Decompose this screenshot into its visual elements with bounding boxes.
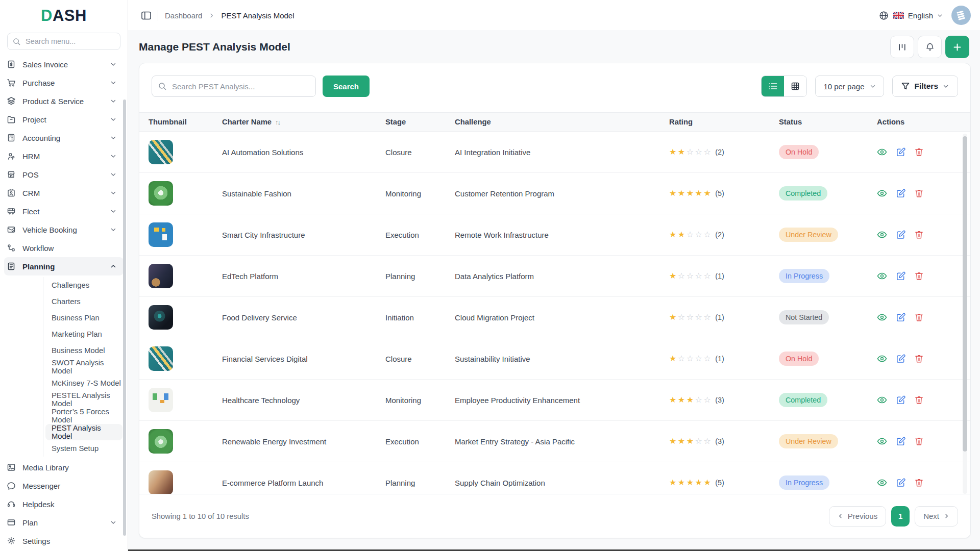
sidebar-item-messenger[interactable]: Messenger xyxy=(0,477,128,495)
delete-button[interactable] xyxy=(915,437,923,446)
delete-button[interactable] xyxy=(915,313,923,322)
delete-button[interactable] xyxy=(915,147,923,157)
edit-button[interactable] xyxy=(896,189,905,198)
sidebar-item-settings[interactable]: Settings xyxy=(0,532,128,550)
sidebar-item-purchase[interactable]: Purchase xyxy=(0,73,128,92)
filters-button[interactable]: Filters xyxy=(892,76,958,97)
sidebar-item-sales-invoice[interactable]: Sales Invoice xyxy=(0,55,128,73)
sidebar-item-media-library[interactable]: Media Library xyxy=(0,458,128,477)
column-charter-name[interactable]: Charter Name↑↓ xyxy=(222,118,385,126)
submenu-item-porters-5-forces-model[interactable]: Porter’s 5 Forces Model xyxy=(45,408,122,424)
submenu-item-charters[interactable]: Charters xyxy=(45,293,122,310)
sidebar-item-label: Workflow xyxy=(22,244,54,253)
sort-icon[interactable]: ↑↓ xyxy=(275,118,280,126)
sidebar-item-accounting[interactable]: Accounting xyxy=(0,129,128,147)
charter-challenge: Cloud Migration Project xyxy=(455,313,669,322)
star-rating: ★★☆☆☆ xyxy=(669,148,712,156)
star-rating: ★☆☆☆☆ xyxy=(669,355,712,363)
edit-button[interactable] xyxy=(896,437,905,446)
table-toolbar: Search 10 per page Filters xyxy=(139,63,970,97)
table-search[interactable] xyxy=(152,76,316,97)
delete-button[interactable] xyxy=(915,189,923,198)
sidebar-item-vehicle-booking[interactable]: Vehicle Booking xyxy=(0,220,128,239)
sidebar-item-project[interactable]: Project xyxy=(0,110,128,129)
table-footer: Showing 1 to 10 of 10 results Previous 1… xyxy=(139,494,970,538)
submenu-item-pestel-analysis-model[interactable]: PESTEL Analysis Model xyxy=(45,391,122,408)
edit-button[interactable] xyxy=(896,478,905,487)
delete-button[interactable] xyxy=(915,478,923,487)
submenu-item-pest-analysis-model[interactable]: PEST Analysis Model xyxy=(45,424,122,440)
layers-icon xyxy=(7,96,16,106)
sidebar-item-workflow[interactable]: Workflow xyxy=(0,239,128,257)
delete-button[interactable] xyxy=(915,230,923,239)
view-button[interactable] xyxy=(877,437,887,445)
sidebar-item-product-service[interactable]: Product & Service xyxy=(0,92,128,110)
view-button[interactable] xyxy=(877,396,887,404)
view-button[interactable] xyxy=(877,189,887,197)
sidebar-search-input[interactable] xyxy=(24,37,122,46)
submenu-item-swot-analysis-model[interactable]: SWOT Analysis Model xyxy=(45,359,122,375)
search-icon xyxy=(13,38,20,45)
table-row: Smart City Infrastructure Execution Remo… xyxy=(139,214,970,256)
sidebar-item-fleet[interactable]: Fleet xyxy=(0,202,128,220)
breadcrumb-dashboard[interactable]: Dashboard xyxy=(165,11,202,20)
sidebar-item-pos[interactable]: POS xyxy=(0,165,128,184)
list-view-button[interactable] xyxy=(762,76,784,96)
submenu-item-business-plan[interactable]: Business Plan xyxy=(45,310,122,326)
previous-label: Previous xyxy=(848,512,877,520)
edit-button[interactable] xyxy=(896,147,905,157)
credit-card-icon xyxy=(7,518,16,527)
table-scrollbar[interactable] xyxy=(963,134,967,494)
status-badge: On Hold xyxy=(779,352,819,366)
previous-page-button[interactable]: Previous xyxy=(829,506,886,527)
per-page-select[interactable]: 10 per page xyxy=(815,76,884,97)
submenu-item-mckinsey-7s-model[interactable]: McKinsey 7-S Model xyxy=(45,375,122,391)
notifications-bell-button[interactable] xyxy=(918,36,942,58)
sidebar-item-crm[interactable]: CRM xyxy=(0,184,128,202)
page-number-button[interactable]: 1 xyxy=(891,506,910,527)
grid-view-button[interactable] xyxy=(784,76,806,96)
charter-stage: Planning xyxy=(385,272,455,281)
submenu-item-marketing-plan[interactable]: Marketing Plan xyxy=(45,326,122,342)
submenu-item-business-model[interactable]: Business Model xyxy=(45,342,122,359)
next-page-button[interactable]: Next xyxy=(915,506,958,527)
view-button[interactable] xyxy=(877,148,887,156)
language-selector[interactable]: English xyxy=(893,11,943,20)
kanban-view-button[interactable] xyxy=(890,36,914,58)
search-button[interactable]: Search xyxy=(323,76,370,97)
edit-button[interactable] xyxy=(896,354,905,363)
avatar[interactable] xyxy=(951,6,971,25)
view-button[interactable] xyxy=(877,272,887,280)
sidebar-item-label: Helpdesk xyxy=(22,500,55,509)
sidebar-search[interactable] xyxy=(7,33,120,50)
submenu-item-system-setup[interactable]: System Setup xyxy=(45,440,122,457)
sidebar-item-plan[interactable]: Plan xyxy=(0,513,128,532)
delete-button[interactable] xyxy=(915,395,923,405)
sidebar-item-label: Accounting xyxy=(22,134,60,142)
sidebar-item-helpdesk[interactable]: Helpdesk xyxy=(0,495,128,513)
add-new-button[interactable] xyxy=(945,36,969,58)
charter-rating: ★☆☆☆☆(1) xyxy=(669,272,779,280)
delete-button[interactable] xyxy=(915,271,923,281)
edit-button[interactable] xyxy=(896,230,905,239)
sidebar-item-label: Product & Service xyxy=(22,97,84,106)
scrollbar-thumb[interactable] xyxy=(963,136,967,452)
view-button[interactable] xyxy=(877,313,887,321)
sidebar-item-planning[interactable]: Planning xyxy=(4,257,124,276)
edit-button[interactable] xyxy=(896,313,905,322)
view-button[interactable] xyxy=(877,231,887,239)
sidebar-toggle-icon[interactable] xyxy=(141,11,151,20)
table-row: Financial Services Digital Closure Susta… xyxy=(139,338,970,380)
sidebar-item-hrm[interactable]: HRM xyxy=(0,147,128,165)
view-button[interactable] xyxy=(877,479,887,487)
view-button[interactable] xyxy=(877,355,887,363)
submenu-item-challenges[interactable]: Challenges xyxy=(45,277,122,293)
planning-submenu: Challenges Charters Business Plan Market… xyxy=(43,277,128,457)
brand-logo[interactable]: DASH xyxy=(0,0,128,32)
next-label: Next xyxy=(923,512,939,520)
edit-button[interactable] xyxy=(896,395,905,405)
sidebar-scrollbar[interactable] xyxy=(123,99,126,536)
delete-button[interactable] xyxy=(915,354,923,363)
table-search-input[interactable] xyxy=(171,82,309,91)
edit-button[interactable] xyxy=(896,271,905,281)
